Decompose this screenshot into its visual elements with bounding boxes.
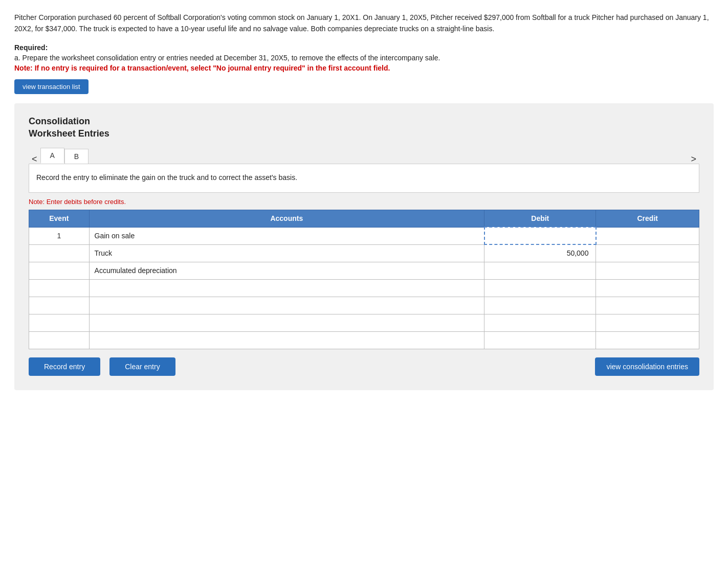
credit-cell[interactable] xyxy=(596,297,699,314)
bottom-buttons: Record entry Clear entry view consolidat… xyxy=(29,357,699,376)
table-row: Truck 50,000 xyxy=(29,244,699,262)
account-cell[interactable]: Gain on sale xyxy=(89,227,484,244)
table-row xyxy=(29,314,699,331)
credit-cell[interactable] xyxy=(596,227,699,244)
event-cell xyxy=(29,331,90,349)
tab-content-box: Record the entry to eliminate the gain o… xyxy=(29,164,699,193)
note-debits: Note: Enter debits before credits. xyxy=(29,198,699,206)
header-debit: Debit xyxy=(484,210,596,228)
event-cell xyxy=(29,297,90,314)
debit-cell[interactable] xyxy=(484,314,596,331)
account-cell[interactable]: Accumulated depreciation xyxy=(89,262,484,279)
header-accounts: Accounts xyxy=(89,210,484,228)
event-cell xyxy=(29,279,90,297)
credit-cell[interactable] xyxy=(596,262,699,279)
table-row xyxy=(29,297,699,314)
debit-cell[interactable]: 50,000 xyxy=(484,244,596,262)
tab-b[interactable]: B xyxy=(64,149,89,164)
table-row xyxy=(29,331,699,349)
credit-cell[interactable] xyxy=(596,279,699,297)
event-cell xyxy=(29,244,90,262)
table-row: Accumulated depreciation xyxy=(29,262,699,279)
tab-description: Record the entry to eliminate the gain o… xyxy=(36,172,692,183)
note-red-text: Note: If no entry is required for a tran… xyxy=(14,64,714,72)
debit-cell[interactable] xyxy=(484,297,596,314)
event-cell xyxy=(29,314,90,331)
view-transaction-button[interactable]: view transaction list xyxy=(14,79,89,94)
intro-paragraph: Pitcher Corporation purchased 60 percent… xyxy=(14,12,714,34)
account-cell[interactable] xyxy=(89,314,484,331)
event-cell xyxy=(29,262,90,279)
clear-entry-button[interactable]: Clear entry xyxy=(109,357,175,376)
debit-cell[interactable] xyxy=(484,262,596,279)
credit-cell[interactable] xyxy=(596,314,699,331)
view-consolidation-button[interactable]: view consolidation entries xyxy=(595,357,699,376)
debit-cell[interactable] xyxy=(484,279,596,297)
header-credit: Credit xyxy=(596,210,699,228)
worksheet-container: Consolidation Worksheet Entries < A B > … xyxy=(14,103,714,390)
table-row xyxy=(29,279,699,297)
debit-value: 50,000 xyxy=(567,249,591,257)
credit-cell[interactable] xyxy=(596,244,699,262)
debit-cell[interactable] xyxy=(484,331,596,349)
account-cell[interactable]: Truck xyxy=(89,244,484,262)
tab-a[interactable]: A xyxy=(40,148,64,164)
account-cell[interactable] xyxy=(89,297,484,314)
tab-prev-arrow[interactable]: < xyxy=(29,154,40,164)
table-row: 1 Gain on sale xyxy=(29,227,699,244)
header-event: Event xyxy=(29,210,90,228)
required-label: Required: xyxy=(14,43,714,52)
debit-cell[interactable] xyxy=(484,227,596,244)
event-cell: 1 xyxy=(29,227,90,244)
record-entry-button[interactable]: Record entry xyxy=(29,357,100,376)
account-cell[interactable] xyxy=(89,331,484,349)
tabs-row: < A B > xyxy=(29,148,699,164)
credit-cell[interactable] xyxy=(596,331,699,349)
worksheet-title: Consolidation Worksheet Entries xyxy=(29,116,699,140)
account-cell[interactable] xyxy=(89,279,484,297)
required-section: Required: a. Prepare the worksheet conso… xyxy=(14,43,714,72)
tab-next-arrow[interactable]: > xyxy=(688,154,699,164)
part-a-text: a. Prepare the worksheet consolidation e… xyxy=(14,54,714,62)
journal-table: Event Accounts Debit Credit 1 Gain on sa… xyxy=(29,210,699,349)
